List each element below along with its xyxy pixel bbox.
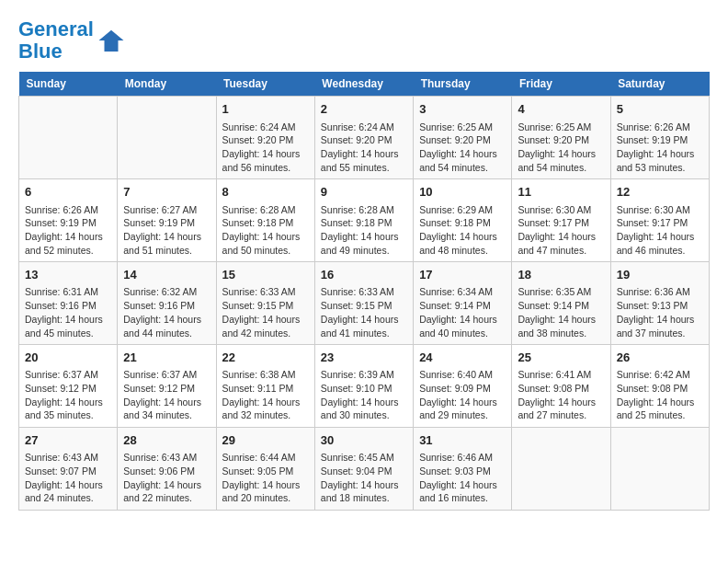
calendar-table: SundayMondayTuesdayWednesdayThursdayFrid… [18,72,710,511]
calendar-cell: 31Sunrise: 6:46 AM Sunset: 9:03 PM Dayli… [414,428,512,511]
calendar-cell [610,428,709,511]
calendar-cell [512,428,610,511]
day-number: 12 [617,184,703,201]
day-number: 4 [518,101,604,118]
calendar-cell: 5Sunrise: 6:26 AM Sunset: 9:19 PM Daylig… [610,97,709,179]
day-number: 14 [123,267,210,283]
calendar-week-row: 27Sunrise: 6:43 AM Sunset: 9:07 PM Dayli… [19,428,710,511]
logo: General Blue [18,18,125,63]
calendar-week-row: 6Sunrise: 6:26 AM Sunset: 9:19 PM Daylig… [19,179,710,262]
day-info: Sunrise: 6:33 AM Sunset: 9:15 PM Dayligh… [222,285,309,339]
day-number: 21 [123,350,210,366]
svg-marker-0 [98,30,123,52]
day-info: Sunrise: 6:38 AM Sunset: 9:11 PM Dayligh… [222,368,309,422]
day-info: Sunrise: 6:46 AM Sunset: 9:03 PM Dayligh… [419,451,506,505]
day-info: Sunrise: 6:27 AM Sunset: 9:19 PM Dayligh… [123,203,210,258]
calendar-cell: 26Sunrise: 6:42 AM Sunset: 9:08 PM Dayli… [610,345,709,428]
calendar-cell: 1Sunrise: 6:24 AM Sunset: 9:20 PM Daylig… [216,97,314,179]
day-number: 10 [419,184,506,201]
logo-text: General Blue [18,18,94,63]
calendar-cell [19,97,118,179]
day-info: Sunrise: 6:28 AM Sunset: 9:18 PM Dayligh… [222,203,309,258]
day-number: 31 [419,432,506,449]
day-info: Sunrise: 6:24 AM Sunset: 9:20 PM Dayligh… [222,121,309,175]
calendar-cell: 17Sunrise: 6:34 AM Sunset: 9:14 PM Dayli… [414,262,512,345]
calendar-cell: 13Sunrise: 6:31 AM Sunset: 9:16 PM Dayli… [19,262,118,345]
calendar-cell: 25Sunrise: 6:41 AM Sunset: 9:08 PM Dayli… [512,345,610,428]
calendar-cell: 19Sunrise: 6:36 AM Sunset: 9:13 PM Dayli… [610,262,709,345]
day-info: Sunrise: 6:32 AM Sunset: 9:16 PM Dayligh… [123,285,210,339]
day-number: 25 [518,350,604,366]
day-info: Sunrise: 6:37 AM Sunset: 9:12 PM Dayligh… [25,368,111,422]
day-number: 24 [419,350,506,366]
day-info: Sunrise: 6:31 AM Sunset: 9:16 PM Dayligh… [25,285,111,339]
calendar-cell: 28Sunrise: 6:43 AM Sunset: 9:06 PM Dayli… [118,428,216,511]
calendar-header-row: SundayMondayTuesdayWednesdayThursdayFrid… [19,72,710,97]
day-number: 23 [321,350,407,366]
day-info: Sunrise: 6:43 AM Sunset: 9:06 PM Dayligh… [123,451,210,505]
day-info: Sunrise: 6:24 AM Sunset: 9:20 PM Dayligh… [321,121,407,175]
calendar-cell: 14Sunrise: 6:32 AM Sunset: 9:16 PM Dayli… [118,262,216,345]
calendar-cell: 8Sunrise: 6:28 AM Sunset: 9:18 PM Daylig… [216,179,314,262]
day-number: 7 [123,184,210,201]
day-number: 5 [617,101,703,118]
day-info: Sunrise: 6:30 AM Sunset: 9:17 PM Dayligh… [617,203,703,258]
day-number: 8 [222,184,309,201]
calendar-cell: 4Sunrise: 6:25 AM Sunset: 9:20 PM Daylig… [512,97,610,179]
calendar-week-row: 1Sunrise: 6:24 AM Sunset: 9:20 PM Daylig… [19,97,710,179]
day-info: Sunrise: 6:26 AM Sunset: 9:19 PM Dayligh… [25,203,111,258]
day-info: Sunrise: 6:40 AM Sunset: 9:09 PM Dayligh… [419,368,506,422]
day-number: 1 [222,101,309,118]
day-number: 9 [321,184,407,201]
calendar-cell: 30Sunrise: 6:45 AM Sunset: 9:04 PM Dayli… [314,428,413,511]
day-info: Sunrise: 6:30 AM Sunset: 9:17 PM Dayligh… [518,203,604,258]
day-info: Sunrise: 6:25 AM Sunset: 9:20 PM Dayligh… [518,121,604,175]
calendar-cell: 16Sunrise: 6:33 AM Sunset: 9:15 PM Dayli… [314,262,413,345]
day-info: Sunrise: 6:41 AM Sunset: 9:08 PM Dayligh… [518,368,604,422]
weekday-header: Thursday [414,72,512,97]
calendar-cell: 3Sunrise: 6:25 AM Sunset: 9:20 PM Daylig… [414,97,512,179]
calendar-cell: 2Sunrise: 6:24 AM Sunset: 9:20 PM Daylig… [314,97,413,179]
day-number: 17 [419,267,506,283]
calendar-cell: 20Sunrise: 6:37 AM Sunset: 9:12 PM Dayli… [19,345,118,428]
day-number: 3 [419,101,506,118]
calendar-cell: 22Sunrise: 6:38 AM Sunset: 9:11 PM Dayli… [216,345,314,428]
day-info: Sunrise: 6:33 AM Sunset: 9:15 PM Dayligh… [321,285,407,339]
calendar-cell: 9Sunrise: 6:28 AM Sunset: 9:18 PM Daylig… [314,179,413,262]
day-info: Sunrise: 6:37 AM Sunset: 9:12 PM Dayligh… [123,368,210,422]
day-info: Sunrise: 6:43 AM Sunset: 9:07 PM Dayligh… [25,451,111,505]
day-number: 13 [25,267,111,283]
weekday-header: Sunday [19,72,118,97]
day-info: Sunrise: 6:34 AM Sunset: 9:14 PM Dayligh… [419,285,506,339]
day-number: 22 [222,350,309,366]
day-info: Sunrise: 6:39 AM Sunset: 9:10 PM Dayligh… [321,368,407,422]
weekday-header: Monday [118,72,216,97]
day-info: Sunrise: 6:35 AM Sunset: 9:14 PM Dayligh… [518,285,604,339]
day-number: 15 [222,267,309,283]
day-info: Sunrise: 6:26 AM Sunset: 9:19 PM Dayligh… [617,121,703,175]
day-number: 30 [321,432,407,449]
weekday-header: Friday [512,72,610,97]
day-info: Sunrise: 6:44 AM Sunset: 9:05 PM Dayligh… [222,451,309,505]
day-number: 2 [321,101,407,118]
day-number: 16 [321,267,407,283]
day-info: Sunrise: 6:42 AM Sunset: 9:08 PM Dayligh… [617,368,703,422]
day-info: Sunrise: 6:25 AM Sunset: 9:20 PM Dayligh… [419,121,506,175]
calendar-cell: 29Sunrise: 6:44 AM Sunset: 9:05 PM Dayli… [216,428,314,511]
day-number: 29 [222,432,309,449]
calendar-body: 1Sunrise: 6:24 AM Sunset: 9:20 PM Daylig… [19,97,710,511]
calendar-cell: 7Sunrise: 6:27 AM Sunset: 9:19 PM Daylig… [118,179,216,262]
calendar-cell: 10Sunrise: 6:29 AM Sunset: 9:18 PM Dayli… [414,179,512,262]
day-number: 6 [25,184,111,201]
logo-icon [97,27,125,54]
day-info: Sunrise: 6:29 AM Sunset: 9:18 PM Dayligh… [419,203,506,258]
day-number: 18 [518,267,604,283]
calendar-cell: 12Sunrise: 6:30 AM Sunset: 9:17 PM Dayli… [610,179,709,262]
day-number: 11 [518,184,604,201]
weekday-header: Tuesday [216,72,314,97]
calendar-week-row: 13Sunrise: 6:31 AM Sunset: 9:16 PM Dayli… [19,262,710,345]
day-number: 27 [25,432,111,449]
calendar-cell: 24Sunrise: 6:40 AM Sunset: 9:09 PM Dayli… [414,345,512,428]
calendar-week-row: 20Sunrise: 6:37 AM Sunset: 9:12 PM Dayli… [19,345,710,428]
day-info: Sunrise: 6:28 AM Sunset: 9:18 PM Dayligh… [321,203,407,258]
